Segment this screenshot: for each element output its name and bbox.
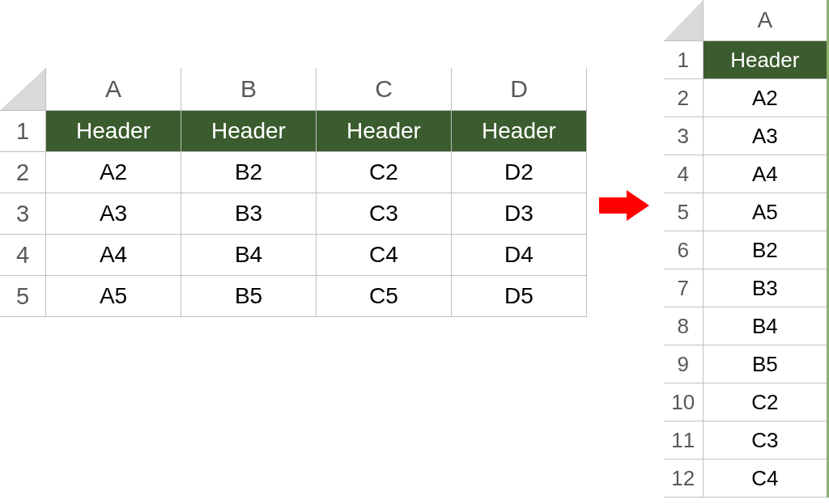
cell-D1[interactable]: Header (452, 111, 587, 152)
row-header-9[interactable]: 9 (664, 345, 703, 383)
cell-B1[interactable]: Header (181, 111, 317, 152)
cell-A6[interactable]: B2 (703, 231, 827, 269)
cell-B5[interactable]: B5 (181, 276, 317, 317)
cell-B2[interactable]: B2 (181, 152, 317, 193)
cell-A4[interactable]: A4 (46, 235, 181, 276)
cell-B4[interactable]: B4 (181, 235, 317, 276)
cell-A9[interactable]: B5 (703, 345, 827, 383)
row-header-8[interactable]: 8 (664, 307, 703, 345)
cell-A1[interactable]: Header (703, 41, 827, 79)
col-header-A[interactable]: A (703, 0, 827, 41)
cell-A1[interactable]: Header (46, 111, 181, 152)
row-header-5[interactable]: 5 (0, 276, 46, 317)
cell-D2[interactable]: D2 (452, 152, 587, 193)
cell-A5[interactable]: A5 (703, 193, 827, 231)
cell-C1[interactable]: Header (317, 111, 452, 152)
cell-A10[interactable]: C2 (703, 383, 827, 421)
transform-arrow-icon (599, 190, 651, 221)
cell-A4[interactable]: A4 (703, 155, 827, 193)
cell-A3[interactable]: A3 (46, 193, 181, 235)
row-header-10[interactable]: 10 (664, 383, 703, 421)
right-spreadsheet: A 1Header 2A2 3A3 4A4 5A5 6B2 7B3 8B4 9B… (664, 0, 829, 498)
row-header-1[interactable]: 1 (664, 41, 703, 79)
select-all-corner[interactable] (0, 68, 46, 111)
cell-A5[interactable]: A5 (46, 276, 181, 317)
cell-C4[interactable]: C4 (317, 235, 452, 276)
row-header-4[interactable]: 4 (664, 155, 703, 193)
cell-C2[interactable]: C2 (317, 152, 452, 193)
cell-A2[interactable]: A2 (46, 152, 181, 193)
col-header-A[interactable]: A (46, 68, 181, 111)
row-header-12[interactable]: 12 (664, 460, 703, 498)
cell-D4[interactable]: D4 (452, 235, 587, 276)
row-header-4[interactable]: 4 (0, 235, 46, 276)
col-header-B[interactable]: B (181, 68, 317, 111)
row-header-3[interactable]: 3 (664, 117, 703, 155)
row-header-7[interactable]: 7 (664, 269, 703, 307)
cell-A8[interactable]: B4 (703, 307, 827, 345)
col-header-C[interactable]: C (317, 68, 452, 111)
cell-D5[interactable]: D5 (452, 276, 587, 317)
cell-A2[interactable]: A2 (703, 79, 827, 117)
left-spreadsheet: A B C D 1 Header Header Header Header 2 … (0, 68, 587, 317)
row-header-11[interactable]: 11 (664, 421, 703, 460)
cell-A3[interactable]: A3 (703, 117, 827, 155)
row-header-1[interactable]: 1 (0, 111, 46, 152)
cell-A7[interactable]: B3 (703, 269, 827, 307)
select-all-corner[interactable] (664, 0, 703, 41)
row-header-5[interactable]: 5 (664, 193, 703, 231)
cell-C3[interactable]: C3 (317, 193, 452, 235)
cell-A11[interactable]: C3 (703, 421, 827, 460)
row-header-2[interactable]: 2 (664, 79, 703, 117)
row-header-6[interactable]: 6 (664, 231, 703, 269)
row-header-2[interactable]: 2 (0, 152, 46, 193)
cell-A12[interactable]: C4 (703, 460, 827, 498)
cell-C5[interactable]: C5 (317, 276, 452, 317)
cell-D3[interactable]: D3 (452, 193, 587, 235)
row-header-3[interactable]: 3 (0, 193, 46, 235)
cell-B3[interactable]: B3 (181, 193, 317, 235)
col-header-D[interactable]: D (452, 68, 587, 111)
